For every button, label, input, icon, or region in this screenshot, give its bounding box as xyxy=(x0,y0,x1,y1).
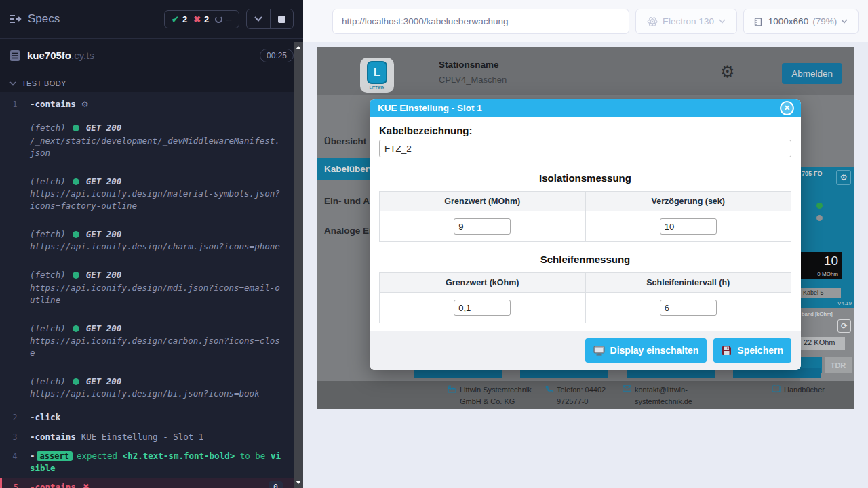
logout-button[interactable]: Abmelden xyxy=(782,63,842,84)
electron-icon xyxy=(647,16,658,27)
chevron-down-icon xyxy=(9,81,16,86)
scroll-down-icon[interactable] xyxy=(296,481,301,484)
email-icon xyxy=(623,384,631,407)
monitor-icon xyxy=(593,346,605,356)
log-row-assert[interactable]: 4 -assertexpected <h2.text-sm.font-bold>… xyxy=(0,447,294,479)
log-row-contains-1[interactable]: 1 -contains⚙ xyxy=(0,95,294,114)
kue-settings-modal: KUE Einstellung - Slot 1 ✕ Kabelbezeichn… xyxy=(370,99,801,370)
log-row-fetch[interactable]: (fetch)GET 200 https://api.iconify.desig… xyxy=(0,220,294,261)
log-row-contains-3[interactable]: 3 -containsKUE Einstellung - Slot 1 xyxy=(0,428,294,447)
command-args: KUE Einstellung - Slot 1 xyxy=(81,432,204,442)
log-row-fetch[interactable]: (fetch)GET 200 https://api.iconify.desig… xyxy=(0,261,294,314)
footer-company: Littwin Systemtechnik GmbH & Co. KG xyxy=(448,384,536,407)
cross-icon: ✖ xyxy=(193,14,201,24)
viewport-zoom: (79%) xyxy=(812,16,837,26)
test-stats: ✔ 2 ✖ 2 -- xyxy=(164,10,239,28)
spec-file-icon xyxy=(9,49,20,62)
fetch-status: GET 200 xyxy=(86,323,122,335)
iso-verzoegerung-input[interactable] xyxy=(660,218,717,235)
viewport-select[interactable]: 1000x660 (79%) xyxy=(743,9,859,34)
stop-button[interactable] xyxy=(270,9,293,28)
save-button[interactable]: Speichern xyxy=(713,338,791,363)
viewport-size: 1000x660 xyxy=(768,16,808,26)
refresh-icon[interactable]: ⟳ xyxy=(837,319,851,333)
passed-count: 2 xyxy=(182,14,187,24)
tdr-button[interactable]: TDR xyxy=(825,357,852,373)
assert-tail: to be xyxy=(240,451,266,461)
app-header: L LITTWIN Stationsname CPLV4_Maschen ⚙ A… xyxy=(317,47,854,95)
specs-toggle[interactable]: Specs xyxy=(9,12,60,26)
spinner-icon xyxy=(215,16,222,23)
cable-name-input[interactable] xyxy=(379,140,791,157)
browser-select[interactable]: Electron 130 xyxy=(635,9,737,34)
assert-badge: assert xyxy=(37,451,73,461)
status-dot-icon xyxy=(73,378,79,385)
firmware-version: V4.19 xyxy=(837,300,852,306)
log-row-fetch[interactable]: (fetch)GET 200 /_next/static/development… xyxy=(0,114,294,167)
loop-col-intervall: Schleifenintervall (h) xyxy=(585,273,791,293)
collapse-button[interactable] xyxy=(247,9,270,28)
spec-duration-badge: 00:25 xyxy=(260,49,294,62)
iso-col-verzoegerung: Verzögerung (sek) xyxy=(585,192,791,211)
log-row-fetch[interactable]: (fetch)GET 200 https://api.iconify.desig… xyxy=(0,367,294,408)
isolation-section-title: Isolationsmessung xyxy=(379,172,791,184)
led-gray-icon xyxy=(816,215,823,221)
close-icon[interactable]: ✕ xyxy=(780,101,794,115)
iso-grenzwert-input[interactable] xyxy=(454,218,511,235)
modal-body: Kabelbezeichnung: Isolationsmessung Gren… xyxy=(370,125,801,323)
specs-panel-icon xyxy=(9,14,22,24)
resistance-label: band [kOhm] xyxy=(802,311,833,317)
factory-icon xyxy=(448,384,456,407)
fetch-tag: (fetch) xyxy=(30,228,66,241)
log-row-fetch[interactable]: (fetch)GET 200 https://api.iconify.desig… xyxy=(0,314,294,367)
kue-card-title: 705-FO xyxy=(802,170,823,177)
isolation-table: Grenzwert (MOhm) Verzögerung (sek) xyxy=(379,191,791,242)
fetch-tag: (fetch) xyxy=(30,176,66,188)
scroll-up-icon[interactable] xyxy=(296,46,301,49)
modal-title: KUE Einstellung - Slot 1 xyxy=(378,103,482,113)
modal-footer: Display einschalten Speichern xyxy=(370,331,801,370)
command-name: -contains xyxy=(30,481,76,488)
command-log: 1 -contains⚙ (fetch)GET 200 /_next/stati… xyxy=(0,92,294,488)
fetch-tag: (fetch) xyxy=(30,269,66,281)
lcd-display: 10 0 MOhm xyxy=(800,252,842,279)
status-dot-icon xyxy=(73,125,79,131)
stop-icon xyxy=(278,16,285,23)
aut-scrollbar[interactable] xyxy=(294,42,303,488)
screen: Specs ✔ 2 ✖ 2 -- xyxy=(0,0,868,488)
led-green-icon xyxy=(816,203,823,209)
runner-topbar: Electron 130 1000x660 (79%) xyxy=(303,0,868,42)
card-gear-icon[interactable]: ⚙ xyxy=(836,170,851,185)
display-on-button[interactable]: Display einschalten xyxy=(585,338,707,363)
station-name-label: Stationsname xyxy=(439,60,499,70)
check-icon: ✔ xyxy=(172,14,179,24)
test-body-toggle[interactable]: TEST BODY xyxy=(0,73,303,92)
book-icon xyxy=(772,384,781,396)
chevron-down-icon xyxy=(719,19,726,24)
fetch-status: GET 200 xyxy=(86,228,122,241)
url-input[interactable] xyxy=(332,9,629,34)
footer-email: kontakt@littwin-systemtechnik.de xyxy=(623,384,698,407)
littwin-logo: L LITTWIN xyxy=(360,58,394,93)
log-row-click[interactable]: 2 -click xyxy=(0,408,294,427)
fetch-url: https://api.iconify.design/bi.json?icons… xyxy=(30,388,283,400)
loop-table: Grenzwert (kOhm) Schleifenintervall (h) xyxy=(379,272,791,323)
loop-grenzwert-input[interactable] xyxy=(454,300,511,316)
footer-phone: Telefon: 04402 972577-0 xyxy=(545,384,614,407)
footer-manuals[interactable]: Handbücher xyxy=(772,384,825,396)
assert-expected: expected xyxy=(77,451,117,461)
loop-intervall-input[interactable] xyxy=(660,300,717,316)
settings-gear-icon[interactable]: ⚙ xyxy=(720,62,735,81)
command-name: -contains xyxy=(30,99,76,109)
status-dot-icon xyxy=(73,272,79,279)
iso-col-grenzwert: Grenzwert (MOhm) xyxy=(380,192,586,211)
app-footer: Littwin Systemtechnik GmbH & Co. KG Tele… xyxy=(317,381,854,409)
spec-file-row[interactable]: kue705fo.cy.ts 00:25 xyxy=(0,39,303,73)
log-row-fetch[interactable]: (fetch)GET 200 https://api.iconify.desig… xyxy=(0,167,294,220)
line-number: 3 xyxy=(0,431,30,443)
cable-name-label: Kabelbezeichnung: xyxy=(379,125,791,136)
fetch-status: GET 200 xyxy=(86,176,122,188)
line-number: 4 xyxy=(0,450,30,475)
fetch-url: /_next/static/development/_devMiddleware… xyxy=(30,135,283,159)
log-row-contains-failed[interactable]: 5 -contains ✖ 0 xyxy=(0,478,294,488)
